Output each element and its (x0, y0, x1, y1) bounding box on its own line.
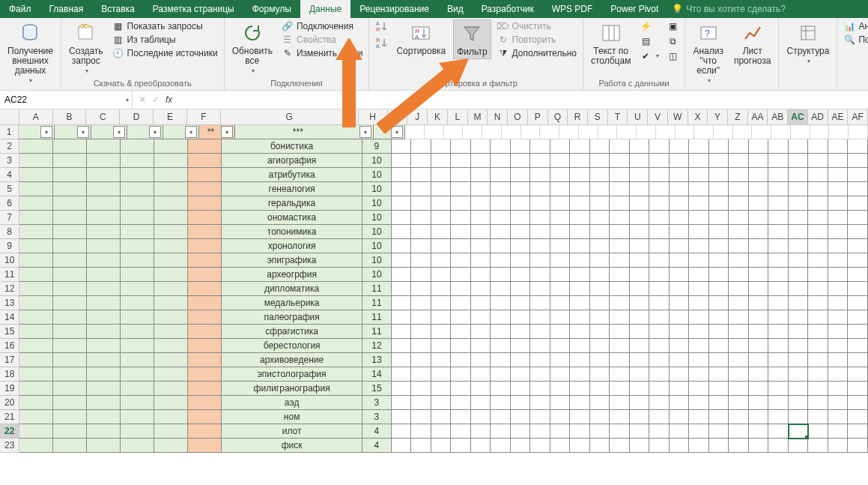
cell[interactable]: ▾ (55, 125, 91, 139)
cell[interactable] (709, 268, 729, 282)
cell[interactable] (789, 268, 809, 282)
cell[interactable] (791, 125, 810, 139)
cell[interactable] (188, 268, 222, 282)
cell[interactable] (521, 125, 541, 139)
cell[interactable] (392, 310, 412, 325)
cell[interactable] (431, 196, 452, 211)
cell[interactable] (709, 296, 729, 310)
cell[interactable] (848, 225, 868, 239)
cell[interactable] (729, 424, 749, 439)
cell[interactable] (471, 410, 491, 424)
cell[interactable] (630, 268, 650, 282)
cell[interactable] (768, 410, 789, 424)
cell[interactable] (709, 196, 729, 211)
cell[interactable] (121, 139, 154, 154)
cell[interactable] (670, 211, 690, 225)
cell[interactable] (511, 367, 531, 382)
cell[interactable] (709, 396, 729, 410)
cell[interactable] (491, 154, 511, 168)
cell[interactable] (768, 382, 789, 396)
refresh-all-button[interactable]: Обновить все▾ (229, 19, 276, 77)
cell[interactable] (689, 325, 709, 339)
cell[interactable] (530, 282, 550, 296)
cell[interactable] (729, 268, 749, 282)
column-header-H[interactable]: H (359, 109, 388, 124)
cell[interactable] (511, 282, 531, 296)
cell[interactable] (431, 139, 452, 154)
cell[interactable] (590, 325, 610, 339)
cell[interactable] (709, 424, 729, 439)
cell[interactable] (188, 282, 222, 296)
cell[interactable] (451, 353, 471, 367)
cell[interactable] (808, 382, 828, 396)
cell[interactable]: ▾ (19, 125, 55, 139)
cell[interactable]: 10 (362, 253, 392, 268)
tab-file[interactable]: Файл (0, 0, 40, 18)
cell[interactable] (540, 125, 559, 139)
cell[interactable] (768, 296, 789, 310)
cell[interactable] (121, 268, 154, 282)
cell[interactable] (749, 410, 769, 424)
row-header[interactable]: 13 (0, 296, 19, 310)
cell[interactable] (714, 125, 733, 139)
cell[interactable] (789, 339, 809, 353)
cell[interactable]: археогрфия (222, 268, 362, 282)
cell[interactable] (188, 196, 222, 211)
cell[interactable] (670, 382, 690, 396)
cell[interactable] (649, 353, 670, 367)
cell[interactable] (530, 325, 550, 339)
cell[interactable] (649, 253, 670, 268)
cell[interactable] (570, 211, 590, 225)
cell[interactable] (511, 424, 531, 439)
cell[interactable] (550, 168, 571, 182)
cell[interactable] (828, 239, 849, 253)
cell[interactable] (729, 196, 749, 211)
cell[interactable] (729, 382, 749, 396)
cell[interactable] (431, 182, 452, 196)
cell[interactable] (808, 154, 828, 168)
cell[interactable] (121, 382, 154, 396)
cell[interactable] (411, 439, 431, 453)
cell[interactable] (570, 196, 590, 211)
cell[interactable] (431, 211, 452, 225)
cell[interactable]: 10 (362, 196, 392, 211)
get-external-data-button[interactable]: Получение внешних данных▾ (4, 19, 56, 87)
cell[interactable] (511, 211, 531, 225)
cell[interactable] (848, 239, 868, 253)
cell[interactable] (649, 268, 670, 282)
cell[interactable] (590, 310, 610, 325)
cell[interactable] (768, 282, 789, 296)
cell[interactable] (729, 282, 749, 296)
cell[interactable]: илот (222, 424, 362, 439)
cell[interactable] (808, 439, 828, 453)
cell[interactable] (749, 168, 769, 182)
recent-sources-button[interactable]: 🕘Последние источники (111, 46, 219, 60)
cell[interactable] (637, 125, 656, 139)
cell[interactable] (610, 396, 630, 410)
cell[interactable] (656, 125, 676, 139)
cell[interactable] (431, 268, 452, 282)
cell[interactable] (550, 154, 571, 168)
cell[interactable] (530, 310, 550, 325)
cell[interactable] (471, 182, 491, 196)
cell[interactable] (808, 339, 828, 353)
cell[interactable] (590, 367, 610, 382)
name-box-input[interactable] (3, 94, 124, 106)
cell[interactable] (709, 382, 729, 396)
filter-dropdown-icon[interactable]: ▾ (391, 126, 403, 138)
cell[interactable] (411, 196, 431, 211)
cell[interactable] (749, 196, 769, 211)
cell[interactable] (550, 439, 571, 453)
cell[interactable] (19, 339, 53, 353)
relationships-button[interactable]: ⧉ (665, 34, 680, 48)
cell[interactable] (749, 139, 769, 154)
manage-data-model-button[interactable]: ◫ (665, 49, 680, 63)
cell[interactable] (848, 268, 868, 282)
cell[interactable] (670, 154, 690, 168)
cell[interactable] (808, 310, 828, 325)
cell[interactable] (749, 268, 769, 282)
cell[interactable] (689, 139, 709, 154)
cell[interactable] (154, 439, 188, 453)
cell[interactable] (828, 382, 849, 396)
cell[interactable] (530, 353, 550, 367)
